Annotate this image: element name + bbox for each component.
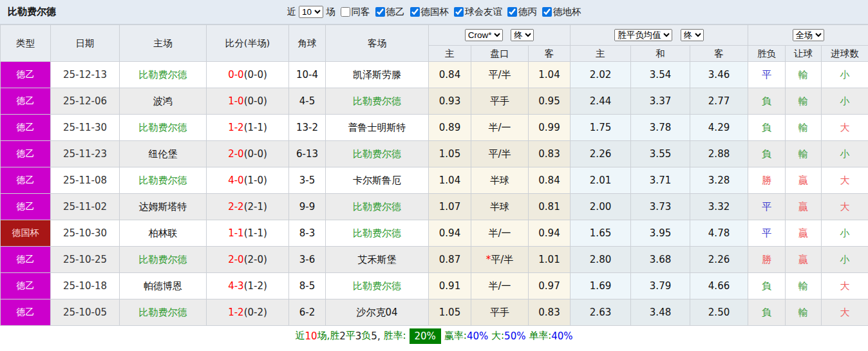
result-cell: 平 [748,220,786,247]
mean-odds-away: 4.78 [690,220,748,247]
summary-text: 2 [339,330,346,342]
result-cell: 輸 [786,299,822,326]
mean-odds-draw: 3.54 [631,62,690,88]
league-checkbox[interactable] [454,7,464,17]
match-count-select[interactable]: 10 [299,6,323,18]
handicap-odds-home: 1.04 [429,167,471,194]
handicap-line: 半球 [471,194,529,220]
handicap-odds-away: 0.83 [529,141,571,167]
result-cell: 輸 [786,88,822,115]
mean-odds-draw: 3.79 [631,273,690,299]
result-cell: 大 [822,167,868,194]
league-checkbox[interactable] [507,7,517,17]
bookmaker-select[interactable]: Crow* [465,29,503,41]
home-team: 柏林联 [120,220,207,247]
league-filter-0[interactable]: 德乙 [375,6,405,18]
mean-odds-away: 3.28 [690,167,748,194]
result-cell: 小 [822,88,868,115]
col-header-corner: 角球 [289,25,326,62]
match-row: 德乙25-11-23纽伦堡2-0(0-0)6-13比勒费尔德1.05平/半0.8… [1,141,868,167]
mean-odds-home: 2.01 [571,167,631,194]
mean-odds-away: 2.26 [690,247,748,273]
match-date: 25-10-25 [51,247,120,273]
mean-odds-draw: 3.48 [631,299,690,326]
handicap-odds-away: 0.84 [529,167,571,194]
league-filter-1[interactable]: 德国杯 [410,6,449,18]
handicap-odds-home: 0.84 [429,62,471,88]
handicap-line: *平/半 [471,247,529,273]
score-cell: 4-0(1-0) [207,167,289,194]
same-away-checkbox[interactable] [341,7,350,17]
competition-badge: 德国杯 [1,220,51,247]
handicap-odds-home: 1.05 [429,299,471,326]
same-away-filter[interactable]: 同客 [341,6,370,18]
result-cell: 贏 [786,220,822,247]
competition-badge: 德乙 [1,299,51,326]
home-team: 比勒费尔德 [120,167,207,194]
handicap-odds-home: 1.07 [429,194,471,220]
handicap-odds-away: 1.04 [529,62,571,88]
handicap-time-select[interactable]: 终 [511,29,534,41]
league-filter-4[interactable]: 德地杯 [542,6,581,18]
competition-badge: 德乙 [1,273,51,299]
match-date: 25-11-02 [51,194,120,220]
mean-odds-home: 2.02 [571,62,631,88]
handicap-line: 半球 [471,167,529,194]
result-cell: 小 [822,220,868,247]
corner-count: 8-5 [289,273,326,299]
handicap-odds-away: 0.81 [529,194,571,220]
away-team: 比勒费尔德 [326,220,429,247]
league-filter-2[interactable]: 球会友谊 [454,6,502,18]
match-row: 德乙25-11-02达姆斯塔特2-2(2-1)9-9比勒费尔德1.07半球0.8… [1,194,868,220]
result-cell: 大 [822,273,868,299]
home-team: 比勒费尔德 [120,115,207,141]
competition-badge: 德乙 [1,141,51,167]
mean-odds-home: 1.65 [571,220,631,247]
league-filter-3[interactable]: 德丙 [507,6,537,18]
match-row: 德乙25-10-25比勒费尔德2-0(2-0)3-6艾禾斯堡0.87*平/半1.… [1,247,868,273]
result-cell: 大 [822,299,868,326]
league-checkbox[interactable] [410,7,420,17]
corner-count: 8-3 [289,220,326,247]
handicap-odds-away: 0.97 [529,273,571,299]
league-checkbox[interactable] [375,7,385,17]
games-label: 场 [326,6,335,18]
result-cell: 贏 [786,167,822,194]
handicap-odds-away: 0.95 [529,88,571,115]
home-team: 帕德博恩 [120,273,207,299]
mean-odds-home: 2.44 [571,88,631,115]
competition-badge: 德乙 [1,62,51,88]
league-label: 德地杯 [553,6,581,18]
mean-odds-select[interactable]: 胜平负均值 [614,29,672,41]
summary-text: 负 [361,330,371,342]
home-team: 波鸿 [120,88,207,115]
handicap-line: 半/一 [471,273,529,299]
result-cell: 負 [748,273,786,299]
away-team: 比勒费尔德 [326,141,429,167]
summary-text: 平 [346,330,355,342]
handicap-odds-home: 0.89 [429,115,471,141]
match-date: 25-11-30 [51,115,120,141]
mean-odds-home: 1.69 [571,273,631,299]
handicap-odds-home: 0.87 [429,247,471,273]
corner-count: 10-4 [289,62,326,88]
handicap-odds-home: 0.91 [429,273,471,299]
competition-badge: 德乙 [1,247,51,273]
mean-time-select[interactable]: 终 [681,29,704,41]
score-cell: 0-0(0-0) [207,62,289,88]
handicap-odds-home: 0.94 [429,220,471,247]
competition-badge: 德乙 [1,167,51,194]
league-checkbox[interactable] [542,7,552,17]
corner-count: 4-5 [289,88,326,115]
result-cell: 小 [822,247,868,273]
result-cell: 輸 [786,115,822,141]
mean-odds-draw: 3.73 [631,194,690,220]
away-team: 艾禾斯堡 [326,247,429,273]
mean-odds-away: 4.29 [690,115,748,141]
handicap-line: 平/半 [471,141,529,167]
same-away-label: 同客 [352,6,370,18]
score-cell: 2-2(2-1) [207,194,289,220]
period-select[interactable]: 全场 [793,29,824,41]
corner-count: 6-2 [289,299,326,326]
match-date: 25-12-13 [51,62,120,88]
